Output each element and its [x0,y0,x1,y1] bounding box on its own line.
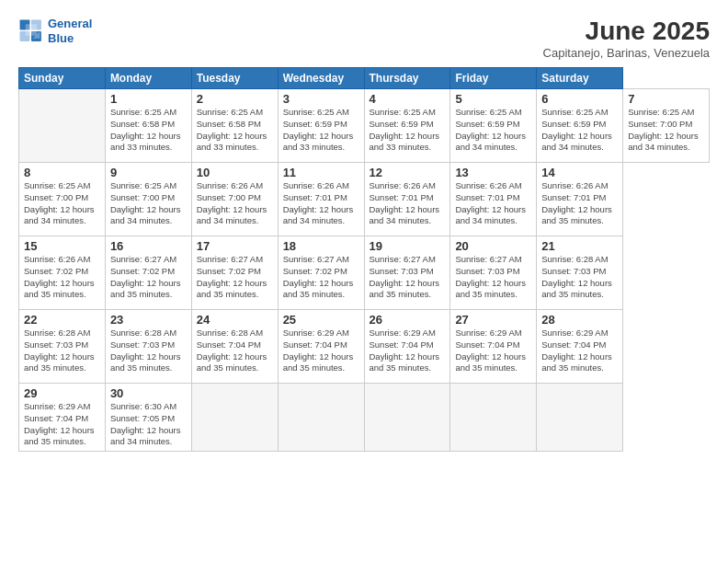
header-cell-sunday: Sunday [19,68,106,89]
day-number: 13 [455,166,531,179]
day-number: 5 [455,92,531,106]
day-info: Sunrise: 6:25 AMSunset: 6:58 PMDaylight:… [197,107,273,154]
day-number: 11 [283,166,359,179]
day-cell-29: 29Sunrise: 6:29 AMSunset: 7:04 PMDayligh… [19,384,106,452]
header-cell-friday: Friday [450,68,537,89]
page: General Blue June 2025 Capitanejo, Barin… [0,0,728,563]
day-cell-24: 24Sunrise: 6:28 AMSunset: 7:04 PMDayligh… [191,310,278,384]
day-info: Sunrise: 6:25 AMSunset: 6:59 PMDaylight:… [455,107,531,154]
month-title: June 2025 [543,17,710,46]
day-info: Sunrise: 6:28 AMSunset: 7:04 PMDaylight:… [197,327,273,374]
header-cell-wednesday: Wednesday [278,68,364,89]
day-number: 26 [370,313,446,327]
calendar-table: SundayMondayTuesdayWednesdayThursdayFrid… [18,67,710,452]
week-row-4: 22Sunrise: 6:28 AMSunset: 7:03 PMDayligh… [19,310,710,384]
day-info: Sunrise: 6:25 AMSunset: 6:59 PMDaylight:… [541,107,618,154]
day-info: Sunrise: 6:29 AMSunset: 7:04 PMDaylight:… [455,327,531,374]
day-cell-30: 30Sunrise: 6:30 AMSunset: 7:05 PMDayligh… [105,384,191,452]
day-cell-26: 26Sunrise: 6:29 AMSunset: 7:04 PMDayligh… [364,310,450,384]
header-row: SundayMondayTuesdayWednesdayThursdayFrid… [19,68,710,89]
header-cell-thursday: Thursday [364,68,450,89]
day-cell-16: 16Sunrise: 6:27 AMSunset: 7:02 PMDayligh… [105,236,191,310]
day-info: Sunrise: 6:27 AMSunset: 7:03 PMDaylight:… [455,254,531,301]
day-number: 25 [283,313,359,327]
day-cell-8: 8Sunrise: 6:25 AMSunset: 7:00 PMDaylight… [19,163,106,236]
day-number: 1 [110,92,187,106]
day-cell-22: 22Sunrise: 6:28 AMSunset: 7:03 PMDayligh… [19,310,106,384]
day-cell-5: 5Sunrise: 6:25 AMSunset: 6:59 PMDaylight… [450,89,537,163]
day-cell-3: 3Sunrise: 6:25 AMSunset: 6:59 PMDaylight… [278,89,364,163]
week-row-5: 29Sunrise: 6:29 AMSunset: 7:04 PMDayligh… [19,384,710,452]
day-info: Sunrise: 6:28 AMSunset: 7:03 PMDaylight:… [110,327,187,374]
day-number: 12 [370,166,446,179]
day-cell-25: 25Sunrise: 6:29 AMSunset: 7:04 PMDayligh… [278,310,364,384]
day-cell-2: 2Sunrise: 6:25 AMSunset: 6:58 PMDaylight… [191,89,278,163]
day-number: 16 [110,239,187,253]
day-info: Sunrise: 6:27 AMSunset: 7:02 PMDaylight:… [110,254,187,301]
day-cell-10: 10Sunrise: 6:26 AMSunset: 7:00 PMDayligh… [191,163,278,236]
empty-cell [19,89,106,163]
day-info: Sunrise: 6:26 AMSunset: 7:02 PMDaylight:… [24,254,100,301]
day-info: Sunrise: 6:25 AMSunset: 6:59 PMDaylight:… [283,107,359,154]
day-info: Sunrise: 6:28 AMSunset: 7:03 PMDaylight:… [541,254,618,301]
day-number: 19 [370,239,446,253]
day-info: Sunrise: 6:26 AMSunset: 7:01 PMDaylight:… [541,180,618,227]
day-number: 10 [197,166,273,179]
day-cell-14: 14Sunrise: 6:26 AMSunset: 7:01 PMDayligh… [537,163,623,236]
empty-cell [191,384,278,452]
day-number: 29 [24,386,100,400]
day-info: Sunrise: 6:29 AMSunset: 7:04 PMDaylight:… [24,401,100,448]
day-number: 4 [370,92,446,106]
logo: General Blue [18,17,92,45]
day-cell-13: 13Sunrise: 6:26 AMSunset: 7:01 PMDayligh… [450,163,537,236]
logo-icon [18,18,44,44]
day-cell-17: 17Sunrise: 6:27 AMSunset: 7:02 PMDayligh… [191,236,278,310]
logo-text: General Blue [48,17,92,45]
week-row-1: 1Sunrise: 6:25 AMSunset: 6:58 PMDaylight… [19,89,710,163]
day-number: 8 [24,166,100,179]
day-cell-20: 20Sunrise: 6:27 AMSunset: 7:03 PMDayligh… [450,236,537,310]
day-number: 20 [455,239,531,253]
day-info: Sunrise: 6:29 AMSunset: 7:04 PMDaylight:… [283,327,359,374]
empty-cell [364,384,450,452]
day-cell-12: 12Sunrise: 6:26 AMSunset: 7:01 PMDayligh… [364,163,450,236]
empty-cell [278,384,364,452]
day-info: Sunrise: 6:25 AMSunset: 7:00 PMDaylight:… [110,180,187,227]
day-info: Sunrise: 6:25 AMSunset: 7:00 PMDaylight:… [24,180,100,227]
day-number: 9 [110,166,187,179]
day-cell-9: 9Sunrise: 6:25 AMSunset: 7:00 PMDaylight… [105,163,191,236]
day-info: Sunrise: 6:25 AMSunset: 6:59 PMDaylight:… [370,107,446,154]
empty-cell [450,384,537,452]
header-cell-saturday: Saturday [537,68,623,89]
day-cell-23: 23Sunrise: 6:28 AMSunset: 7:03 PMDayligh… [105,310,191,384]
title-block: June 2025 Capitanejo, Barinas, Venezuela [543,17,710,60]
day-number: 17 [197,239,273,253]
day-cell-15: 15Sunrise: 6:26 AMSunset: 7:02 PMDayligh… [19,236,106,310]
day-info: Sunrise: 6:26 AMSunset: 7:01 PMDaylight:… [455,180,531,227]
day-info: Sunrise: 6:26 AMSunset: 7:00 PMDaylight:… [197,180,273,227]
day-number: 28 [541,313,618,327]
day-cell-1: 1Sunrise: 6:25 AMSunset: 6:58 PMDaylight… [105,89,191,163]
day-cell-7: 7Sunrise: 6:25 AMSunset: 7:00 PMDaylight… [623,89,710,163]
header-cell-tuesday: Tuesday [191,68,278,89]
day-number: 27 [455,313,531,327]
day-number: 2 [197,92,273,106]
day-number: 23 [110,313,187,327]
day-number: 22 [24,313,100,327]
day-number: 21 [541,239,618,253]
day-info: Sunrise: 6:26 AMSunset: 7:01 PMDaylight:… [283,180,359,227]
day-info: Sunrise: 6:25 AMSunset: 6:58 PMDaylight:… [110,107,187,154]
day-cell-21: 21Sunrise: 6:28 AMSunset: 7:03 PMDayligh… [537,236,623,310]
day-number: 7 [628,92,704,106]
day-cell-28: 28Sunrise: 6:29 AMSunset: 7:04 PMDayligh… [537,310,623,384]
day-cell-6: 6Sunrise: 6:25 AMSunset: 6:59 PMDaylight… [537,89,623,163]
day-cell-4: 4Sunrise: 6:25 AMSunset: 6:59 PMDaylight… [364,89,450,163]
day-number: 24 [197,313,273,327]
day-cell-18: 18Sunrise: 6:27 AMSunset: 7:02 PMDayligh… [278,236,364,310]
day-cell-11: 11Sunrise: 6:26 AMSunset: 7:01 PMDayligh… [278,163,364,236]
location: Capitanejo, Barinas, Venezuela [543,46,710,60]
week-row-3: 15Sunrise: 6:26 AMSunset: 7:02 PMDayligh… [19,236,710,310]
day-number: 14 [541,166,618,179]
day-number: 30 [110,386,187,400]
day-info: Sunrise: 6:28 AMSunset: 7:03 PMDaylight:… [24,327,100,374]
